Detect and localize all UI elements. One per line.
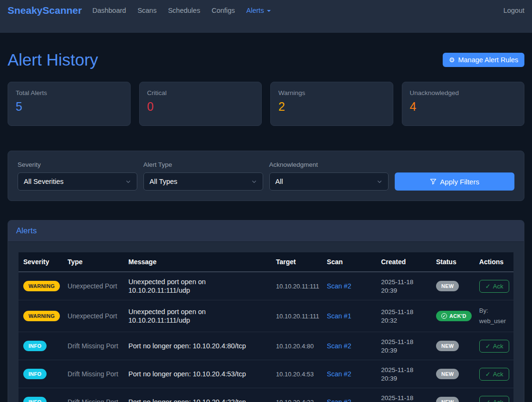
- stat-value-critical: 0: [147, 100, 254, 114]
- nav-item-scans[interactable]: Scans: [137, 7, 156, 14]
- col-header-severity: Severity: [19, 252, 64, 272]
- gear-icon: ⚙: [449, 57, 455, 63]
- col-header-scan: Scan: [323, 252, 377, 272]
- ack-button[interactable]: ✓Ack: [479, 340, 510, 353]
- col-header-actions: Actions: [475, 252, 513, 272]
- col-header-created: Created: [377, 252, 432, 272]
- status-badge: NEW: [436, 369, 459, 379]
- funnel-icon: [430, 178, 437, 185]
- status-badge-acked: ✓ACK'D: [436, 311, 472, 321]
- severity-badge: INFO: [23, 341, 47, 351]
- acknowledgment-select-value: All: [276, 178, 283, 185]
- alert-created: 2025-11-18 20:32: [381, 308, 413, 324]
- alert-type-label: Alert Type: [143, 161, 263, 168]
- alert-created: 2025-11-18 20:39: [381, 394, 413, 402]
- table-row: INFO Drift Missing Port Port no longer o…: [19, 360, 513, 388]
- ack-button[interactable]: ✓Ack: [479, 396, 510, 402]
- stat-card-warnings: Warnings 2: [270, 82, 393, 126]
- severity-badge: INFO: [23, 369, 47, 379]
- col-header-target: Target: [272, 252, 323, 272]
- alert-message: Port no longer open: 10.10.20.4:22/tcp: [128, 398, 246, 402]
- nav-item-configs[interactable]: Configs: [211, 7, 235, 14]
- severity-select[interactable]: All Severities: [18, 172, 137, 191]
- alert-type: Drift Missing Port: [67, 398, 118, 402]
- stat-card-unacknowledged: Unacknowledged 4: [402, 82, 525, 126]
- chevron-down-icon: [125, 179, 131, 184]
- stat-label: Unacknowledged: [410, 89, 517, 96]
- alert-message: Port no longer open: 10.10.20.4:53/tcp: [128, 370, 246, 378]
- scan-link[interactable]: Scan #2: [327, 282, 351, 290]
- alert-message: Unexpected port open on 10.10.20.11:111/…: [128, 278, 206, 294]
- check-icon: ✓: [485, 283, 491, 290]
- apply-filters-button[interactable]: Apply Filters: [395, 172, 514, 191]
- alert-type: Unexpected Port: [67, 312, 117, 320]
- nav-item-schedules[interactable]: Schedules: [168, 7, 200, 14]
- stat-value-warnings: 2: [278, 100, 385, 114]
- filter-panel: Severity All Severities Alert Type All T…: [8, 151, 524, 201]
- alert-message: Port no longer open: 10.10.20.4:80/tcp: [128, 342, 246, 350]
- stat-label: Total Alerts: [16, 89, 123, 96]
- chevron-down-icon: [377, 179, 382, 184]
- col-header-type: Type: [64, 252, 124, 272]
- stat-value-total: 5: [16, 100, 123, 114]
- nav-item-alerts-label: Alerts: [247, 7, 264, 14]
- alerts-card: Alerts Severity Type Message Target Scan…: [8, 220, 524, 402]
- status-badge: NEW: [436, 281, 459, 291]
- filter-group-acknowledgment: Acknowledgment All: [269, 161, 389, 191]
- alerts-table: Severity Type Message Target Scan Create…: [19, 252, 513, 402]
- table-row: INFO Drift Missing Port Port no longer o…: [19, 388, 513, 402]
- page-title: Alert History: [8, 50, 98, 69]
- alert-type: Drift Missing Port: [67, 342, 118, 350]
- scan-link[interactable]: Scan #2: [327, 342, 351, 350]
- filter-group-type: Alert Type All Types: [143, 161, 263, 191]
- table-row: WARNING Unexpected Port Unexpected port …: [19, 300, 513, 332]
- stat-label: Critical: [147, 89, 254, 96]
- col-header-message: Message: [124, 252, 272, 272]
- manage-alert-rules-button[interactable]: ⚙ Manage Alert Rules: [443, 53, 524, 67]
- alert-target: 10.10.20.4:53: [276, 371, 314, 378]
- brand-logo[interactable]: SneakyScanner: [8, 5, 82, 16]
- chevron-down-icon: [251, 179, 257, 184]
- filter-group-apply: Apply Filters: [395, 172, 514, 191]
- scan-link[interactable]: Scan #1: [327, 312, 351, 320]
- acknowledgment-label: Acknowledgment: [269, 161, 389, 168]
- table-row: WARNING Unexpected Port Unexpected port …: [19, 272, 513, 300]
- check-icon: ✓: [485, 343, 491, 350]
- alert-type-select-value: All Types: [150, 178, 178, 185]
- stat-card-critical: Critical 0: [139, 82, 262, 126]
- alert-type-select[interactable]: All Types: [143, 172, 263, 191]
- table-row: INFO Drift Missing Port Port no longer o…: [19, 332, 513, 360]
- logout-link[interactable]: Logout: [504, 7, 524, 14]
- stat-value-unacknowledged: 4: [410, 100, 517, 114]
- alert-type: Drift Missing Port: [67, 370, 118, 378]
- severity-select-value: All Severities: [24, 178, 64, 185]
- alert-target: 10.10.20.11:111: [276, 313, 319, 320]
- chevron-down-icon: [267, 10, 271, 12]
- severity-badge: WARNING: [23, 311, 60, 321]
- navbar: SneakyScanner Dashboard Scans Schedules …: [0, 0, 532, 33]
- nav-item-alerts[interactable]: Alerts: [247, 7, 271, 14]
- alert-target: 10.10.20.11:111: [276, 283, 319, 290]
- nav-item-dashboard[interactable]: Dashboard: [92, 7, 126, 14]
- alert-created: 2025-11-18 20:39: [381, 338, 413, 354]
- scan-link[interactable]: Scan #2: [327, 398, 351, 402]
- ack-button[interactable]: ✓Ack: [479, 368, 510, 381]
- alert-message: Unexpected port open on 10.10.20.11:111/…: [128, 308, 206, 324]
- severity-badge: INFO: [23, 397, 47, 402]
- acknowledgment-select[interactable]: All: [269, 172, 389, 191]
- alert-target: 10.10.20.4:80: [276, 343, 314, 350]
- filter-group-severity: Severity All Severities: [18, 161, 137, 191]
- severity-label: Severity: [18, 161, 137, 168]
- alerts-card-title: Alerts: [8, 220, 524, 242]
- stat-label: Warnings: [278, 89, 385, 96]
- ack-button[interactable]: ✓Ack: [479, 280, 510, 293]
- status-badge: NEW: [436, 341, 459, 351]
- alert-created: 2025-11-18 20:39: [381, 366, 413, 382]
- severity-badge: WARNING: [23, 281, 60, 291]
- acknowledged-by: By:web_user: [479, 306, 510, 326]
- apply-filters-label: Apply Filters: [440, 178, 479, 186]
- stats-row: Total Alerts 5 Critical 0 Warnings 2 Una…: [8, 82, 524, 126]
- check-icon: ✓: [485, 399, 491, 402]
- scan-link[interactable]: Scan #2: [327, 370, 351, 378]
- manage-alert-rules-label: Manage Alert Rules: [458, 56, 518, 64]
